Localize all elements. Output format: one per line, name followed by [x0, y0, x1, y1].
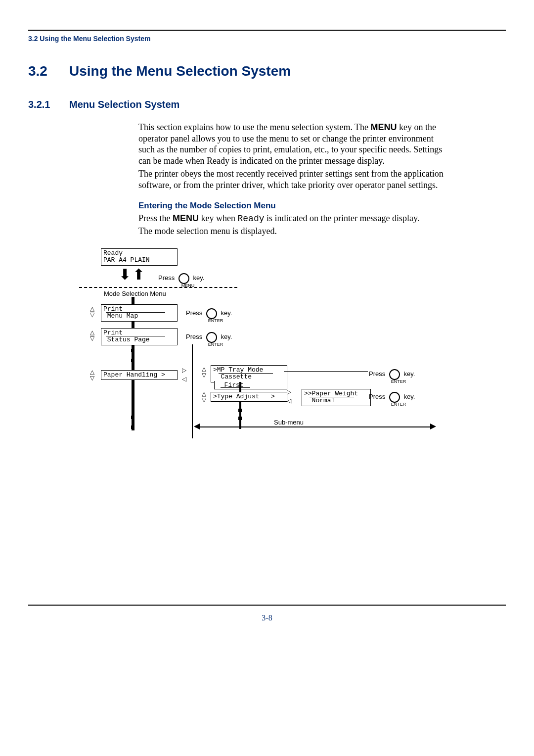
arrow-up-icon: ⬆	[133, 267, 145, 282]
tri-right-icon: ▷	[182, 367, 186, 373]
text: key.	[403, 393, 415, 400]
underline	[106, 336, 165, 336]
text: Press	[186, 333, 202, 340]
dashed-divider	[79, 287, 237, 288]
enter-label: ENTER	[206, 318, 225, 323]
text: Press	[369, 370, 385, 378]
submenu-label: Sub-menu	[272, 419, 306, 426]
section-number: 3.2	[28, 63, 47, 79]
paragraph-2: The printer obeys the most recently rece…	[138, 168, 445, 190]
circle-key-icon	[206, 308, 217, 319]
enter-label: ENTER	[389, 402, 408, 407]
tri-right-icon: ▷	[287, 389, 291, 395]
text: Press	[369, 393, 385, 400]
dashed-vert	[192, 344, 193, 438]
press-enter-4: Press key. ENTER	[369, 392, 415, 407]
text: Press the	[138, 213, 173, 223]
arrow-left-icon	[194, 424, 200, 429]
tri-down-icon: ▽	[90, 335, 94, 341]
circle-key-icon	[389, 369, 400, 380]
rule-top	[28, 30, 506, 31]
tri-left-icon: ◁	[287, 398, 291, 404]
page-number: 3-8	[0, 614, 534, 622]
menu-diagram: Ready PAR A4 PLAIN ⬇ ⬆ Press key. MENU M…	[84, 247, 440, 455]
arrow-down-icon: ⬇	[119, 267, 131, 282]
text: is indicated on the printer message disp…	[265, 213, 420, 223]
menu-key-text: MENU	[371, 122, 397, 132]
square-dot-icon	[238, 417, 242, 420]
submenu-arrow-line	[195, 426, 433, 427]
lcd-print-menu-map: Print Menu Map	[101, 304, 178, 322]
section-title: Using the Menu Selection System	[69, 63, 291, 79]
paragraph-1: This section explains how to use the men…	[138, 122, 445, 166]
tri-left-icon: ◁	[182, 376, 186, 382]
press-enter-2: Press key. ENTER	[186, 332, 232, 347]
underline	[310, 397, 354, 397]
lcd-paper-weight: >>Paper Weight Normal	[302, 389, 371, 406]
underline	[219, 373, 273, 374]
text: This section explains how to use the men…	[138, 122, 371, 132]
text: Press	[186, 309, 202, 317]
underline	[221, 387, 250, 388]
press-enter-1: Press key. ENTER	[186, 308, 232, 323]
text: key.	[193, 274, 204, 282]
text: key.	[221, 309, 232, 317]
text: key.	[221, 333, 232, 340]
paragraph-4: The mode selection menu is displayed.	[138, 226, 445, 237]
press-enter-3: Press key. ENTER	[369, 369, 415, 384]
lcd-mp-tray: >MP Tray Mode Cassette	[211, 365, 287, 382]
text: key.	[403, 370, 415, 378]
text: Press	[158, 274, 175, 282]
square-dot-icon	[131, 425, 134, 429]
rule-bottom	[28, 605, 506, 606]
circle-key-icon	[178, 273, 189, 284]
enter-label: ENTER	[206, 342, 225, 347]
lcd-first: First	[214, 381, 287, 389]
ready-text: Ready	[237, 214, 264, 224]
lcd-paper-handling: Paper Handling >	[101, 370, 178, 380]
lcd-ready: Ready PAR A4 PLAIN	[101, 248, 178, 266]
arrow-right-icon	[430, 424, 436, 429]
menu-key-text: MENU	[173, 213, 199, 223]
tri-down-icon: ▽	[90, 312, 94, 318]
running-header: 3.2 Using the Menu Selection System	[28, 35, 150, 43]
circle-key-icon	[206, 332, 217, 343]
enter-label: ENTER	[389, 379, 408, 384]
square-dot-icon	[131, 416, 134, 419]
circle-key-icon	[389, 392, 400, 403]
lcd-type-adjust: >Type Adjust >	[211, 392, 287, 402]
tri-down-icon: ▽	[202, 397, 206, 403]
underline	[106, 312, 165, 313]
subsection-title: Menu Selection System	[69, 99, 179, 110]
subheading: Entering the Mode Selection Menu	[138, 201, 276, 211]
press-menu-key: Press key. MENU	[158, 273, 204, 288]
sub-stem	[239, 382, 241, 429]
tri-down-icon: ▽	[202, 372, 206, 378]
square-dot-icon	[131, 349, 134, 352]
subsection-number: 3.2.1	[28, 99, 50, 110]
page: 3.2 Using the Menu Selection System 3.2 …	[0, 0, 534, 756]
connector	[284, 371, 368, 372]
text: key when	[199, 213, 237, 223]
paragraph-3: Press the MENU key when Ready is indicat…	[138, 213, 445, 225]
lcd-print-status: Print Status Page	[101, 328, 178, 345]
square-dot-icon	[238, 409, 242, 412]
tri-down-icon: ▽	[90, 375, 94, 381]
square-dot-icon	[131, 359, 134, 362]
mode-selection-label: Mode Selection Menu	[104, 290, 166, 297]
